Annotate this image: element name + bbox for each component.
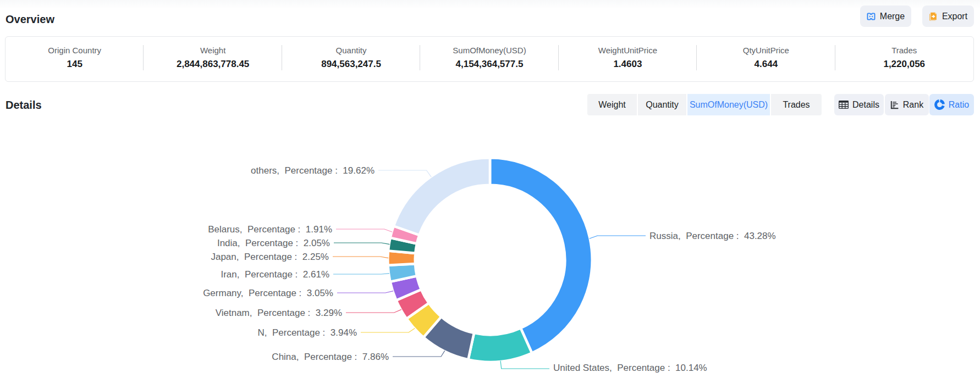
svg-text:Russia, Percentage : 43.28%: Russia, Percentage : 43.28% <box>649 231 776 241</box>
svg-text:India, Percentage : 2.05%: India, Percentage : 2.05% <box>217 238 330 248</box>
svg-text:Vietnam, Percentage : 3.29%: Vietnam, Percentage : 3.29% <box>216 308 342 318</box>
svg-text:Belarus, Percentage : 1.91%: Belarus, Percentage : 1.91% <box>208 224 332 235</box>
svg-text:Japan, Percentage : 2.25%: Japan, Percentage : 2.25% <box>211 252 329 262</box>
svg-text:Iran, Percentage : 2.61%: Iran, Percentage : 2.61% <box>221 269 329 280</box>
svg-text:N, Percentage : 3.94%: N, Percentage : 3.94% <box>258 327 357 338</box>
svg-text:United States, Percentage :: United States, Percentage : 10.14% <box>553 363 707 373</box>
svg-text:others, Percentage : 19.62%: others, Percentage : 19.62% <box>251 165 375 176</box>
svg-text:China, Percentage : 7.86%: China, Percentage : 7.86% <box>272 352 389 362</box>
svg-text:Germany, Percentage : 3.05%: Germany, Percentage : 3.05% <box>203 288 333 298</box>
